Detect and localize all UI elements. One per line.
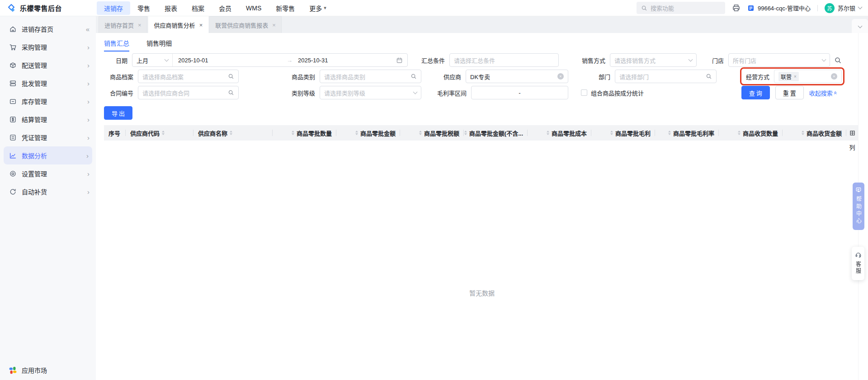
sale-mode-select[interactable]: 请选择销售方式 (610, 53, 697, 67)
store-search-icon[interactable] (834, 56, 842, 64)
sidebar-item-delivery[interactable]: 配送管理 › (0, 56, 96, 74)
printer-icon[interactable] (732, 4, 741, 12)
sort-icon[interactable] (668, 131, 671, 135)
close-icon[interactable]: × (138, 22, 142, 28)
contract-input[interactable]: 请选择供应商合同 (138, 86, 239, 99)
search-icon[interactable] (228, 89, 234, 96)
sidebar-item-app-market[interactable]: 应用市场 (0, 360, 96, 380)
column-retail-amount[interactable]: 商品零批金额 (336, 125, 400, 141)
sort-icon[interactable] (292, 131, 294, 135)
search-icon[interactable] (228, 73, 234, 80)
column-retail-cost[interactable]: 商品零批成本 (528, 125, 591, 141)
sidebar-item-settings[interactable]: 设置管理 › (0, 164, 96, 183)
nav-item-new-retail[interactable]: 新零售 (269, 1, 302, 15)
tab-inventory-home[interactable]: 进销存首页 × (99, 16, 147, 33)
gear-icon (9, 170, 17, 178)
column-receive-qty[interactable]: 商品收货数量 (719, 125, 783, 141)
topbar-right: 搜索功能 99664-cqc-管理中心 苏 苏尔银 (637, 2, 862, 14)
biz-mode-tag[interactable]: 联营 × (778, 72, 799, 81)
date-range-picker[interactable]: 上月 2025-10-01 → 2025-10-31 (132, 53, 408, 67)
sidebar-item-purchase[interactable]: 采购管理 › (0, 38, 96, 56)
subtab-sales-summary[interactable]: 销售汇总 (104, 38, 129, 52)
sort-icon[interactable] (419, 131, 422, 135)
store-select[interactable]: 所有门店 (728, 53, 830, 67)
checkbox-unchecked[interactable] (581, 89, 587, 96)
sort-icon[interactable] (230, 131, 232, 135)
sidebar-item-label: 配送管理 (22, 61, 47, 70)
nav-item-wms[interactable]: WMS (239, 2, 269, 14)
sidebar-collapse-icon[interactable]: « (86, 26, 90, 33)
goods-archive-input[interactable]: 请选择商品档案 (138, 70, 239, 83)
supplier-value: DK专卖 (470, 72, 490, 81)
sale-mode-placeholder: 请选择销售方式 (614, 56, 656, 65)
content-area: 进销存首页 × 供应商销售分析 × 联营供应商销售报表 × 销售汇总 销售明细 (96, 16, 868, 380)
margin-range-input[interactable]: - (471, 86, 568, 99)
nav-item-members[interactable]: 会员 (212, 1, 239, 15)
tab-joint-supplier-sales-report[interactable]: 联营供应商销售报表 × (209, 16, 282, 33)
sort-icon[interactable] (464, 131, 467, 135)
subtab-sales-detail[interactable]: 销售明细 (146, 38, 172, 51)
nav-item-more[interactable]: 更多 ▾ (302, 1, 334, 15)
user-menu[interactable]: 苏 苏尔银 (825, 3, 862, 13)
help-center-panel[interactable]: 帮助中心 (853, 183, 864, 230)
sidebar-item-data-analysis[interactable]: 数据分析 › (4, 146, 92, 164)
column-supplier-code[interactable]: 供应商代码 (126, 125, 193, 141)
supplier-input[interactable]: DK专卖 × (466, 70, 568, 83)
sort-icon[interactable] (802, 131, 804, 135)
close-icon[interactable]: × (272, 22, 276, 28)
sidebar-item-wholesale[interactable]: 批发管理 › (0, 74, 96, 92)
column-supplier-name[interactable]: 供应商名称 (193, 125, 273, 141)
column-retail-profit[interactable]: 商品零批毛利 (591, 125, 655, 141)
goods-category-input[interactable]: 请选择商品类别 (320, 70, 421, 83)
customer-service-panel[interactable]: 客服 (852, 247, 864, 280)
nav-item-retail[interactable]: 零售 (130, 1, 157, 15)
clear-icon[interactable]: × (831, 73, 837, 80)
org-switcher[interactable]: 99664-cqc-管理中心 (747, 4, 811, 12)
query-button[interactable]: 查询 (741, 86, 770, 99)
nav-item-reports[interactable]: 报表 (157, 1, 184, 15)
collapse-search-link[interactable]: 收起搜索 « (809, 89, 837, 97)
column-receive-amount[interactable]: 商品收货金额 (783, 125, 846, 141)
search-icon[interactable] (706, 73, 712, 80)
sidebar-item-voucher[interactable]: 凭证管理 › (0, 128, 96, 146)
sidebar-item-auto-replenish[interactable]: 自动补货 › (0, 183, 96, 201)
biz-mode-select[interactable]: 联营 × × (774, 70, 842, 83)
sidebar-item-home[interactable]: 进销存首页 « (0, 20, 96, 38)
combo-stat-checkbox-group[interactable]: 组合商品按成分统计 (581, 89, 644, 97)
tab-overflow-button[interactable] (852, 19, 868, 33)
search-input[interactable]: 搜索功能 (637, 2, 725, 14)
clear-icon[interactable]: × (557, 73, 564, 80)
department-input[interactable]: 请选择部门 (615, 70, 717, 83)
calendar-icon[interactable] (396, 57, 403, 64)
reset-button[interactable]: 重置 (775, 86, 804, 99)
class-level-select[interactable]: 请选择类别等级 (320, 86, 421, 99)
search-icon[interactable] (410, 73, 417, 80)
sort-icon[interactable] (547, 131, 549, 135)
sort-icon[interactable] (738, 131, 741, 135)
nav-item-archives[interactable]: 档案 (184, 1, 212, 15)
summary-condition-input[interactable]: 请选择汇总条件 (449, 53, 559, 67)
sidebar-item-label: 凭证管理 (22, 133, 47, 142)
column-retail-qty[interactable]: 商品零批数量 (273, 125, 336, 141)
sidebar-item-label: 库存管理 (22, 97, 47, 106)
close-icon[interactable]: × (199, 22, 203, 28)
date-preset-select[interactable]: 上月 (132, 54, 172, 66)
supplier-label: 供应商 (421, 72, 466, 81)
sidebar-item-inventory[interactable]: 库存管理 › (0, 92, 96, 110)
sort-icon[interactable] (355, 131, 358, 135)
nav-item-inventory[interactable]: 进销存 (97, 1, 130, 15)
column-retail-tax[interactable]: 商品零批税额 (400, 125, 464, 141)
export-button[interactable]: 导出 (104, 106, 132, 120)
tab-supplier-sales-analysis[interactable]: 供应商销售分析 × (148, 16, 209, 33)
sort-icon[interactable] (610, 131, 613, 135)
date-end-input[interactable]: 2025-10-31 (292, 57, 396, 64)
sidebar-item-settlement[interactable]: 结算管理 › (0, 110, 96, 128)
column-settings-button[interactable]: 列 (846, 125, 858, 151)
column-retail-amount-excl-tax[interactable]: 商品零批金额(不含... (464, 125, 528, 141)
sort-icon[interactable] (162, 131, 165, 135)
cart-icon (9, 43, 17, 51)
column-retail-profit-rate[interactable]: 商品零批毛利率 (655, 125, 719, 141)
column-label: 商品零批成本 (552, 129, 587, 137)
tag-close-icon[interactable]: × (794, 74, 797, 79)
date-start-input[interactable]: 2025-10-01 (173, 57, 287, 64)
